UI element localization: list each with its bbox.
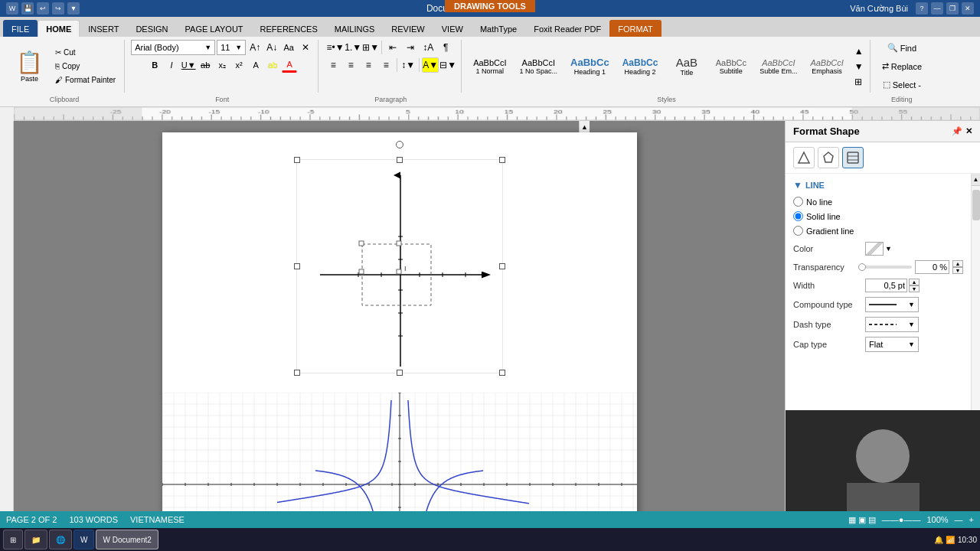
align-right-button[interactable]: ≡ [360, 57, 377, 73]
shrink-font-button[interactable]: A↓ [264, 40, 279, 55]
width-spin-down[interactable]: ▼ [909, 285, 920, 292]
panel-scroll-thumb[interactable] [972, 190, 980, 220]
text-highlight-button[interactable]: ab [265, 57, 280, 73]
text-effects-button[interactable]: A [248, 57, 263, 73]
align-left-button[interactable]: ≡ [325, 57, 341, 73]
style-normal-button[interactable]: AaBbCcI 1 Normal [468, 56, 511, 77]
change-case-button[interactable]: Aa [281, 40, 296, 55]
copy-button[interactable]: ⎘ Copy [51, 60, 119, 73]
quick-access-icon[interactable]: ▼ [67, 2, 80, 15]
bullets-button[interactable]: ≡•▼ [327, 40, 344, 55]
help-button[interactable]: ? [916, 2, 928, 15]
tab-foxit[interactable]: Foxit Reader PDF [525, 20, 609, 37]
tab-file[interactable]: FILE [3, 20, 38, 37]
style-no-spacing-button[interactable]: AaBbCcI 1 No Spac... [514, 56, 564, 77]
no-line-label[interactable]: No line [793, 197, 832, 207]
subscript-button[interactable]: x₂ [214, 57, 230, 73]
zoom-slider[interactable]: ——●—— [882, 515, 921, 524]
tab-home[interactable]: HOME [38, 20, 80, 37]
style-heading1-button[interactable]: AaBbCc Heading 1 [565, 54, 615, 78]
undo-icon[interactable]: ↩ [37, 2, 49, 15]
tab-design[interactable]: DESIGN [127, 20, 176, 37]
sort-button[interactable]: ↕A [420, 40, 436, 55]
word-icon[interactable]: W [6, 2, 18, 15]
no-line-radio[interactable] [793, 197, 803, 207]
font-color-button[interactable]: A [282, 57, 297, 73]
tab-format[interactable]: FORMAT [609, 20, 662, 37]
style-emphasis-button[interactable]: AaBbCcI Emphasis [805, 56, 848, 77]
format-panel-pin[interactable]: 📌 [952, 126, 962, 136]
tab-page-layout[interactable]: PAGE LAYOUT [177, 20, 252, 37]
scroll-up-button[interactable]: ▲ [580, 121, 590, 133]
format-panel-close[interactable]: ✕ [965, 126, 972, 136]
zoom-out-button[interactable]: — [955, 515, 963, 524]
solid-line-radio[interactable] [793, 211, 803, 221]
clear-format-button[interactable]: ✕ [298, 40, 313, 55]
cut-button[interactable]: ✂ Cut [51, 46, 119, 59]
transparency-slider[interactable] [858, 266, 912, 269]
style-subtle-emphasis-button[interactable]: AaBbCcI Subtle Em... [754, 56, 802, 77]
fill-effects-tab[interactable] [793, 147, 815, 168]
width-input[interactable] [865, 279, 907, 292]
font-name-field[interactable]: Arial (Body)▼ [131, 40, 215, 55]
gradient-line-radio[interactable] [793, 226, 803, 236]
grow-font-button[interactable]: A↑ [247, 40, 263, 55]
task-explorer[interactable]: 📁 [24, 530, 47, 549]
minimize-button[interactable]: — [931, 2, 943, 15]
tab-mailings[interactable]: MAILINGS [326, 20, 384, 37]
numbering-button[interactable]: 1.▼ [345, 40, 361, 55]
tab-mathtype[interactable]: MathType [472, 20, 525, 37]
start-button[interactable]: ⊞ [3, 530, 23, 549]
panel-scroll-up[interactable]: ▲ [972, 174, 980, 186]
transparency-thumb[interactable] [858, 263, 866, 271]
width-spin-up[interactable]: ▲ [909, 279, 920, 285]
increase-indent-button[interactable]: ⇥ [402, 40, 419, 55]
styles-scroll-down[interactable]: ▼ [853, 60, 865, 73]
select-button[interactable]: ⬚ Select - [877, 77, 926, 93]
task-ie[interactable]: 🌐 [49, 530, 72, 549]
font-size-field[interactable]: 11▼ [217, 40, 246, 55]
justify-button[interactable]: ≡ [377, 57, 394, 73]
multilevel-list-button[interactable]: ⊞▼ [362, 40, 379, 55]
tab-references[interactable]: REFERENCES [252, 20, 326, 37]
borders-button[interactable]: ⊟▼ [439, 57, 456, 73]
style-title-button[interactable]: AaB Title [665, 54, 707, 79]
rotation-handle[interactable] [396, 141, 403, 148]
restore-button[interactable]: ❐ [946, 2, 959, 15]
tab-insert[interactable]: INSERT [80, 20, 127, 37]
replace-button[interactable]: ⇄ Replace [877, 58, 927, 74]
layout-tab[interactable] [842, 147, 864, 168]
redo-icon[interactable]: ↪ [52, 2, 64, 15]
strikethrough-button[interactable]: ab [198, 57, 213, 73]
style-heading2-button[interactable]: AaBbCc Heading 2 [617, 55, 664, 78]
line-spacing-button[interactable]: ↕▼ [400, 57, 416, 73]
color-picker[interactable] [865, 242, 884, 256]
styles-scroll-up[interactable]: ▲ [853, 44, 865, 58]
bold-button[interactable]: B [147, 57, 162, 73]
save-icon[interactable]: 💾 [21, 2, 34, 15]
close-button[interactable]: ✕ [962, 2, 974, 15]
format-painter-button[interactable]: 🖌 Format Painter [51, 73, 119, 86]
superscript-button[interactable]: x² [231, 57, 247, 73]
task-word-active[interactable]: W Document2 [96, 530, 158, 549]
color-dropdown-arrow[interactable]: ▼ [885, 245, 892, 253]
tab-review[interactable]: REVIEW [383, 20, 433, 37]
transparency-spin-down[interactable]: ▼ [952, 267, 963, 274]
decrease-indent-button[interactable]: ⇤ [384, 40, 401, 55]
cap-type-dropdown[interactable]: Flat ▼ [865, 337, 919, 352]
underline-button[interactable]: U▼ [181, 57, 196, 73]
line-section-header[interactable]: ▼ LINE [793, 180, 963, 191]
find-button[interactable]: 🔍 Find [882, 40, 922, 56]
paste-button[interactable]: 📋 Paste [9, 46, 50, 86]
transparency-input[interactable] [915, 260, 949, 274]
tab-view[interactable]: VIEW [433, 20, 472, 37]
italic-button[interactable]: I [164, 57, 179, 73]
solid-line-label[interactable]: Solid line [793, 211, 841, 221]
task-word[interactable]: W [74, 530, 94, 549]
styles-more[interactable]: ⊞ [853, 75, 865, 89]
gradient-line-label[interactable]: Gradient line [793, 226, 854, 236]
zoom-in-button[interactable]: + [969, 515, 974, 524]
dash-type-dropdown[interactable]: ▼ [865, 317, 919, 332]
compound-type-dropdown[interactable]: ▼ [865, 297, 919, 312]
style-subtitle-button[interactable]: AaBbCc Subtitle [710, 56, 752, 77]
